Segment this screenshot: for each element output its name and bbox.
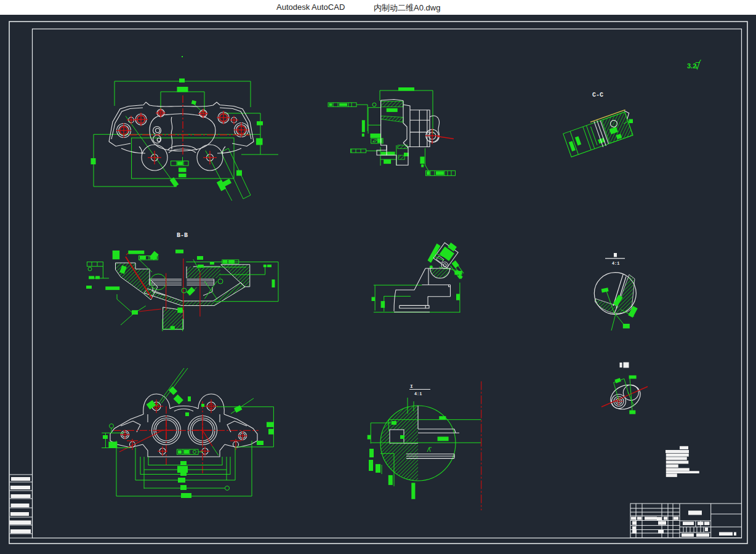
svg-text:I: I	[410, 383, 413, 389]
svg-text:B-B: B-B	[177, 232, 188, 239]
svg-text:3.2: 3.2	[687, 62, 696, 70]
svg-text:4:1: 4:1	[612, 261, 619, 266]
svg-text:4:1: 4:1	[414, 391, 422, 396]
svg-text:C-C: C-C	[592, 92, 603, 98]
